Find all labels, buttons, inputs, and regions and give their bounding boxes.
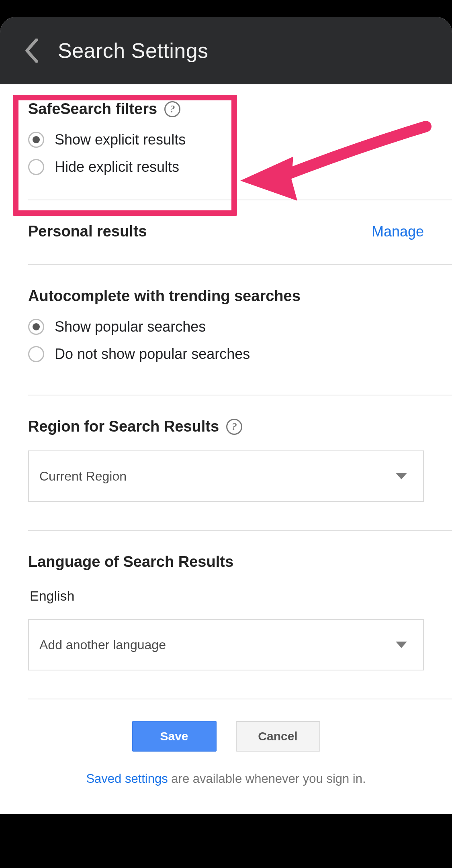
manage-link[interactable]: Manage <box>372 223 424 240</box>
app-bar: Search Settings <box>0 17 452 84</box>
region-title-row: Region for Search Results ? <box>28 418 424 435</box>
radio-label: Hide explicit results <box>55 159 179 175</box>
autocomplete-radio-group: Show popular searches Do not show popula… <box>28 318 424 363</box>
safesearch-radio-group: Show explicit results Hide explicit resu… <box>28 131 424 175</box>
footer-rest: are available whenever you sign in. <box>168 772 366 786</box>
autocomplete-option-show[interactable]: Show popular searches <box>28 318 424 335</box>
safesearch-title: SafeSearch filters <box>28 100 157 118</box>
radio-label: Show popular searches <box>55 318 206 335</box>
safesearch-option-hide[interactable]: Hide explicit results <box>28 159 424 175</box>
help-icon[interactable]: ? <box>226 419 242 435</box>
safesearch-section: SafeSearch filters ? Show explicit resul… <box>0 84 452 200</box>
save-button[interactable]: Save <box>132 721 217 752</box>
safesearch-title-row: SafeSearch filters ? <box>28 100 424 118</box>
personal-results-row: Personal results Manage <box>0 200 452 264</box>
language-add-placeholder: Add another language <box>39 638 166 652</box>
help-icon[interactable]: ? <box>164 101 180 117</box>
page-title: Search Settings <box>58 39 209 63</box>
content-area: SafeSearch filters ? Show explicit resul… <box>0 84 452 814</box>
radio-icon <box>28 319 44 335</box>
autocomplete-option-hide[interactable]: Do not show popular searches <box>28 346 424 363</box>
action-buttons-row: Save Cancel <box>0 699 452 766</box>
language-add-select[interactable]: Add another language <box>28 619 424 670</box>
radio-label: Show explicit results <box>55 131 186 148</box>
settings-sheet: Search Settings SafeSearch filters ? Sho… <box>0 17 452 814</box>
safesearch-option-show[interactable]: Show explicit results <box>28 131 424 148</box>
footer-note: Saved settings are available whenever yo… <box>0 766 452 814</box>
radio-icon <box>28 159 44 175</box>
language-section: Language of Search Results English Add a… <box>0 531 452 699</box>
saved-settings-link[interactable]: Saved settings <box>86 772 168 786</box>
autocomplete-title: Autocomplete with trending searches <box>28 287 424 305</box>
chevron-down-icon <box>396 473 407 479</box>
region-select[interactable]: Current Region <box>28 450 424 502</box>
chevron-down-icon <box>396 642 407 648</box>
region-section: Region for Search Results ? Current Regi… <box>0 395 452 530</box>
autocomplete-section: Autocomplete with trending searches Show… <box>0 265 452 395</box>
cancel-button[interactable]: Cancel <box>236 721 320 752</box>
radio-label: Do not show popular searches <box>55 346 250 363</box>
personal-results-title: Personal results <box>28 223 147 240</box>
back-icon[interactable] <box>24 39 39 63</box>
language-title: Language of Search Results <box>28 553 424 571</box>
region-selected-value: Current Region <box>39 469 127 484</box>
region-title: Region for Search Results <box>28 418 219 435</box>
radio-icon <box>28 132 44 148</box>
radio-icon <box>28 346 44 362</box>
language-current: English <box>28 588 424 604</box>
